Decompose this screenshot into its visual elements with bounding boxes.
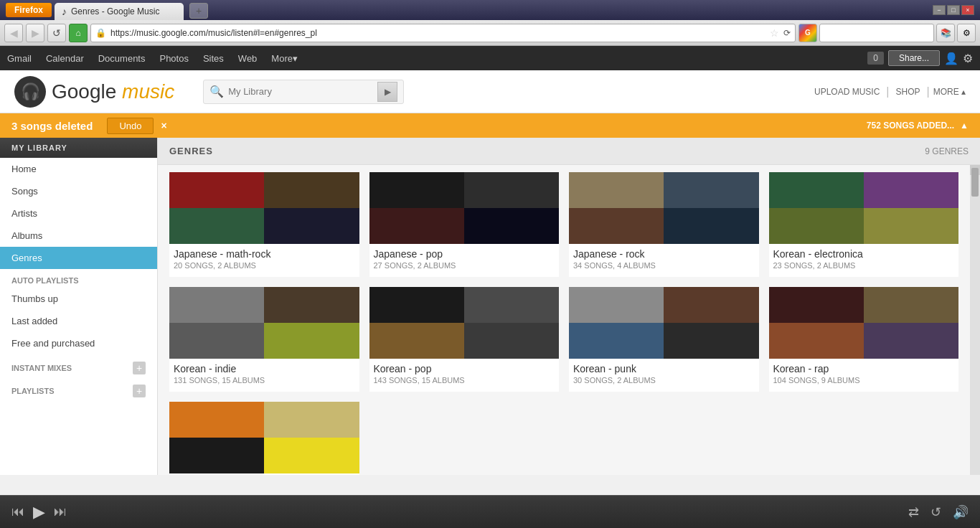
more-link[interactable]: More▾ <box>271 53 298 64</box>
genre-name: Korean - punk <box>573 363 755 374</box>
bookmarks-icon[interactable]: 📚 <box>936 24 955 42</box>
gm-search[interactable]: 🔍 ▶ <box>203 80 404 104</box>
repeat-button[interactable]: ↺ <box>930 504 941 520</box>
playlists-header: PLAYLISTS + <box>0 377 157 400</box>
reload-button[interactable]: ↺ <box>47 24 66 42</box>
more-button[interactable]: MORE ▴ <box>933 87 966 97</box>
search-icon: 🔍 <box>209 85 224 98</box>
genre-name: Japanese - rock <box>573 248 755 260</box>
notification-badge: 0 <box>867 52 884 65</box>
songs-added-text: 752 SONGS ADDED... <box>867 121 954 131</box>
genre-card-j-rock[interactable]: Japanese - rock34 SONGS, 4 ALBUMS <box>569 172 759 277</box>
photos-link[interactable]: Photos <box>159 53 188 64</box>
sidebar-item-last-added[interactable]: Last added <box>0 310 157 332</box>
genre-card-k-pop[interactable]: Korean - pop143 SONGS, 15 ALBUMS <box>369 287 560 392</box>
genre-meta: 34 SONGS, 4 ALBUMS <box>573 261 755 270</box>
genre-name: Korean - rap <box>773 363 955 374</box>
shop-link[interactable]: SHOP <box>892 85 923 98</box>
web-link[interactable]: Web <box>238 53 258 64</box>
share-button[interactable]: Share... <box>888 50 940 66</box>
genre-card-k-indie[interactable]: Korean - indie131 SONGS, 15 ALBUMS <box>169 287 359 392</box>
sidebar-item-home[interactable]: Home <box>0 158 157 180</box>
playlists-label: PLAYLISTS <box>11 387 55 395</box>
genre-name: Korean - indie <box>174 363 355 374</box>
forward-button[interactable]: ▶ <box>26 24 44 42</box>
prev-button[interactable]: ⏮ <box>11 504 24 519</box>
songs-added-notification: 752 SONGS ADDED... ▲ <box>867 121 969 131</box>
genre-card-k-rap[interactable]: Korean - rap104 SONGS, 9 ALBUMS <box>769 287 959 392</box>
instant-mixes-add-button[interactable]: + <box>133 362 146 374</box>
browser-search-input[interactable] <box>824 29 929 37</box>
account-icon[interactable]: 👤 <box>944 52 958 65</box>
next-button[interactable]: ⏭ <box>54 504 67 519</box>
volume-button[interactable]: 🔊 <box>953 504 969 520</box>
settings-icon[interactable]: ⚙ <box>963 52 973 65</box>
window-controls: − □ × <box>933 5 974 15</box>
sidebar-item-thumbs-up[interactable]: Thumbs up <box>0 288 157 310</box>
calendar-link[interactable]: Calendar <box>46 53 84 64</box>
deleted-notification: 3 songs deleted <box>11 120 93 132</box>
genre-card-j-pop[interactable]: Japanese - pop27 SONGS, 2 ALBUMS <box>369 172 560 277</box>
scroll-area: Japanese - math-rock20 SONGS, 2 ALBUMSJa… <box>158 165 980 475</box>
gmail-link[interactable]: Gmail <box>7 53 32 64</box>
notification-bar: 3 songs deleted Undo × 752 SONGS ADDED..… <box>0 113 980 138</box>
genre-name: Japanese - math-rock <box>174 248 355 260</box>
tab-title: Genres - Google Music <box>71 6 159 16</box>
genres-grid: Japanese - math-rock20 SONGS, 2 ALBUMSJa… <box>158 165 970 475</box>
instant-mixes-header: INSTANT MIXES + <box>0 354 157 377</box>
url-refresh-icon[interactable]: ⟳ <box>783 28 791 38</box>
sites-link[interactable]: Sites <box>203 53 224 64</box>
settings-icon[interactable]: ⚙ <box>957 24 976 42</box>
headphone-icon: 🎧 <box>14 76 46 108</box>
content-area: GENRES 9 GENRES Japanese - math-rock20 S… <box>158 138 980 475</box>
firefox-button[interactable]: Firefox <box>6 3 52 17</box>
upload-arrow-icon: ▲ <box>960 121 969 131</box>
back-button[interactable]: ◀ <box>4 24 23 42</box>
minimize-button[interactable]: − <box>933 5 946 15</box>
google-icon[interactable]: G <box>798 24 817 42</box>
nav-right-icons: G 📚 ⚙ <box>798 24 976 42</box>
close-button[interactable]: × <box>961 5 974 15</box>
bookmark-icon[interactable]: ☆ <box>770 27 779 39</box>
shuffle-button[interactable]: ⇄ <box>908 504 919 520</box>
gm-logo: 🎧 Google music <box>14 76 174 108</box>
browser-search-box[interactable] <box>819 24 934 42</box>
search-go-button[interactable]: ▶ <box>377 82 397 102</box>
toolbar: Gmail Calendar Documents Photos Sites We… <box>0 46 980 70</box>
player-right-controls: ⇄ ↺ 🔊 <box>908 504 969 520</box>
scrollbar-thumb[interactable] <box>971 168 979 197</box>
genre-meta: 20 SONGS, 2 ALBUMS <box>174 261 355 270</box>
maximize-button[interactable]: □ <box>947 5 960 15</box>
scrollbar-track[interactable]: ▲ ▼ <box>970 165 980 475</box>
documents-link[interactable]: Documents <box>98 53 146 64</box>
genre-meta: 104 SONGS, 9 ALBUMS <box>773 376 955 385</box>
genre-card-j-mathrock[interactable]: Japanese - math-rock20 SONGS, 2 ALBUMS <box>169 172 359 277</box>
logo-text: Google music <box>52 80 174 103</box>
browser-titlebar: Firefox ♪ Genres - Google Music + − □ × <box>0 0 980 20</box>
sidebar-item-artists[interactable]: Artists <box>0 202 157 225</box>
genre-meta: 30 SONGS, 2 ALBUMS <box>573 376 755 385</box>
active-tab[interactable]: ♪ Genres - Google Music <box>55 3 184 20</box>
sidebar-item-genres[interactable]: Genres <box>0 247 157 269</box>
sidebar-item-songs[interactable]: Songs <box>0 180 157 202</box>
genre-card-k-indie2[interactable]: Korean - indie0 SONGS, 0 ALBUMS <box>169 402 359 475</box>
upload-music-link[interactable]: UPLOAD MUSIC <box>811 85 882 98</box>
new-tab-button[interactable]: + <box>189 3 208 19</box>
genre-meta: 27 SONGS, 2 ALBUMS <box>374 261 555 270</box>
content-count: 9 GENRES <box>925 146 969 156</box>
genre-card-k-punk[interactable]: Korean - punk30 SONGS, 2 ALBUMS <box>569 287 759 392</box>
url-bar[interactable]: 🔒 https://music.google.com/music/listen#… <box>90 24 796 42</box>
notification-close-button[interactable]: × <box>161 120 166 131</box>
play-button[interactable]: ▶ <box>33 503 45 522</box>
playlists-add-button[interactable]: + <box>133 385 146 397</box>
sidebar-item-albums[interactable]: Albums <box>0 225 157 247</box>
genre-card-k-electronica[interactable]: Korean - electronica23 SONGS, 2 ALBUMS <box>769 172 959 277</box>
toolbar-right: 0 Share... 👤 ⚙ <box>867 50 973 66</box>
gm-header: 🎧 Google music 🔍 ▶ UPLOAD MUSIC | SHOP |… <box>0 70 980 113</box>
sidebar-item-free-purchased[interactable]: Free and purchased <box>0 332 157 354</box>
undo-button[interactable]: Undo <box>107 118 154 134</box>
home-button[interactable]: ⌂ <box>69 24 88 42</box>
search-input[interactable] <box>228 86 373 97</box>
instant-mixes-label: INSTANT MIXES <box>11 364 72 372</box>
genre-meta: 143 SONGS, 15 ALBUMS <box>374 376 555 385</box>
